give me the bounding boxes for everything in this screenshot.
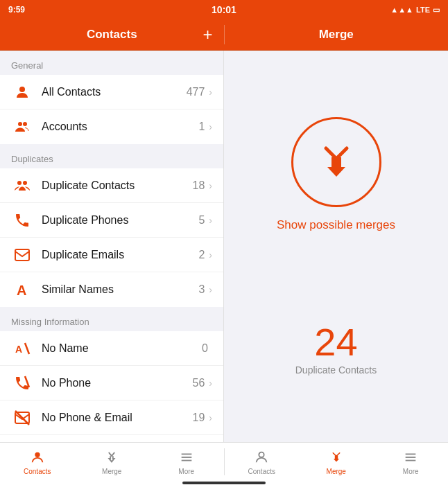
duplicate-contacts-chevron: › xyxy=(209,180,212,191)
right-tab-section: Contacts Merge More xyxy=(225,443,449,481)
merge-tab-right-label: Merge xyxy=(327,468,346,475)
no-phone-icon xyxy=(11,375,33,391)
duplicate-phones-label: Duplicate Phones xyxy=(42,214,198,227)
accounts-count: 1 xyxy=(198,121,205,133)
merge-circle-button[interactable] xyxy=(291,117,381,207)
tab-more-left[interactable]: More xyxy=(149,443,224,481)
no-phone-label: No Phone xyxy=(42,377,193,389)
add-contact-button[interactable]: + xyxy=(203,26,212,43)
duplicate-count: 24 xyxy=(314,323,357,362)
duplicate-emails-item[interactable]: Duplicate Emails 2 › xyxy=(0,238,223,272)
no-phone-email-count: 19 xyxy=(193,412,205,424)
duplicate-contacts-item[interactable]: Duplicate Contacts 18 › xyxy=(0,168,223,203)
general-section-header: General xyxy=(0,51,223,75)
no-group-item[interactable]: No Group 477 › xyxy=(0,435,223,442)
tab-merge-left[interactable]: Merge xyxy=(75,443,150,481)
similar-names-count: 3 xyxy=(198,283,205,296)
no-phone-email-chevron: › xyxy=(209,412,212,423)
all-contacts-count: 477 xyxy=(187,86,205,98)
general-list-group: All Contacts 477 › Accounts 1 › xyxy=(0,75,223,144)
svg-text:A: A xyxy=(15,344,22,355)
all-contacts-label: All Contacts xyxy=(42,86,187,98)
signal-bars-icon: ▲▲▲ xyxy=(390,6,413,14)
all-contacts-item[interactable]: All Contacts 477 › xyxy=(0,75,223,109)
accounts-icon xyxy=(11,118,33,135)
phone-icon xyxy=(11,212,33,229)
contacts-nav-title: Contacts xyxy=(87,28,137,42)
svg-point-4 xyxy=(23,181,27,185)
contacts-tab-right-icon xyxy=(253,449,270,466)
merge-panel: Show possible merges 24 Duplicate Contac… xyxy=(224,51,448,442)
duplicates-list-group: Duplicate Contacts 18 › Duplicate Phones… xyxy=(0,168,223,307)
duplicate-count-label: Duplicate Contacts xyxy=(295,364,377,376)
accounts-label: Accounts xyxy=(42,121,198,133)
more-tab-left-icon xyxy=(178,449,195,466)
svg-point-3 xyxy=(17,181,21,185)
duplicate-emails-count: 2 xyxy=(198,249,205,261)
right-nav-bar: Merge xyxy=(225,19,449,50)
contacts-list-panel: General All Contacts 477 › xyxy=(0,51,224,442)
left-tab-section: Contacts Merge More xyxy=(0,443,224,481)
letter-a-icon: A xyxy=(11,281,33,298)
duplicate-phones-item[interactable]: Duplicate Phones 5 › xyxy=(0,203,223,238)
similar-names-item[interactable]: A Similar Names 3 › xyxy=(0,272,223,307)
email-icon xyxy=(11,247,33,263)
left-nav-bar: Contacts + xyxy=(0,19,224,50)
person-icon xyxy=(11,84,33,100)
bottom-tab-bar: Contacts Merge More xyxy=(0,442,448,481)
merge-tab-right-icon xyxy=(328,449,345,466)
contacts-tab-right-label: Contacts xyxy=(248,468,275,475)
similar-names-label: Similar Names xyxy=(42,283,198,296)
svg-rect-5 xyxy=(15,249,29,261)
right-time: 10:01 xyxy=(212,4,236,15)
accounts-item[interactable]: Accounts 1 › xyxy=(0,109,223,144)
duplicate-contacts-count: 18 xyxy=(193,179,205,192)
duplicate-phones-count: 5 xyxy=(198,214,205,227)
missing-list-group: A No Name 0 No Phone 56 › xyxy=(0,331,223,442)
home-indicator xyxy=(0,481,448,485)
more-tab-right-icon xyxy=(402,449,419,466)
no-name-item[interactable]: A No Name 0 xyxy=(0,331,223,366)
no-email-icon xyxy=(11,409,33,426)
duplicate-contacts-label: Duplicate Contacts xyxy=(42,179,193,192)
signal-icons: ▲▲▲ LTE ▭ xyxy=(390,6,440,15)
all-contacts-chevron: › xyxy=(209,87,212,98)
svg-point-1 xyxy=(18,122,22,126)
tab-merge-right[interactable]: Merge xyxy=(299,443,374,481)
contacts-tab-icon xyxy=(29,449,46,466)
lte-label: LTE xyxy=(416,6,430,14)
battery-icon: ▭ xyxy=(433,6,440,15)
tab-contacts-left[interactable]: Contacts xyxy=(0,443,75,481)
no-phone-item[interactable]: No Phone 56 › xyxy=(0,366,223,400)
no-phone-email-label: No Phone & Email xyxy=(42,412,193,424)
show-merges-label: Show possible merges xyxy=(277,218,395,232)
svg-line-8 xyxy=(25,343,29,354)
merge-tab-left-icon xyxy=(103,449,120,466)
svg-point-17 xyxy=(259,452,264,457)
more-tab-right-label: More xyxy=(403,468,419,475)
accounts-chevron: › xyxy=(209,121,212,132)
tab-more-right[interactable]: More xyxy=(374,443,449,481)
merge-button-section: Show possible merges xyxy=(277,117,395,232)
svg-point-2 xyxy=(23,122,27,126)
similar-names-chevron: › xyxy=(209,284,212,295)
duplicate-contacts-icon xyxy=(11,177,33,194)
contacts-tab-left-label: Contacts xyxy=(24,468,51,475)
home-bar xyxy=(182,482,266,484)
no-phone-chevron: › xyxy=(209,378,212,389)
more-tab-left-label: More xyxy=(178,468,194,475)
svg-point-0 xyxy=(19,87,25,92)
right-status-icons: ▲▲▲ LTE ▭ xyxy=(299,0,448,19)
right-status-bar: 10:01 xyxy=(149,0,298,19)
merge-tab-left-label: Merge xyxy=(102,468,121,475)
no-phone-count: 56 xyxy=(193,377,205,389)
no-phone-email-item[interactable]: No Phone & Email 19 › xyxy=(0,400,223,435)
tab-contacts-right[interactable]: Contacts xyxy=(225,443,300,481)
no-name-count: 0 xyxy=(202,342,208,355)
duplicate-emails-chevron: › xyxy=(209,249,212,261)
svg-point-13 xyxy=(35,452,40,457)
no-name-label: No Name xyxy=(42,342,202,355)
duplicates-section-header: Duplicates xyxy=(0,144,223,168)
left-time: 9:59 xyxy=(8,5,25,15)
no-name-icon: A xyxy=(11,340,33,357)
